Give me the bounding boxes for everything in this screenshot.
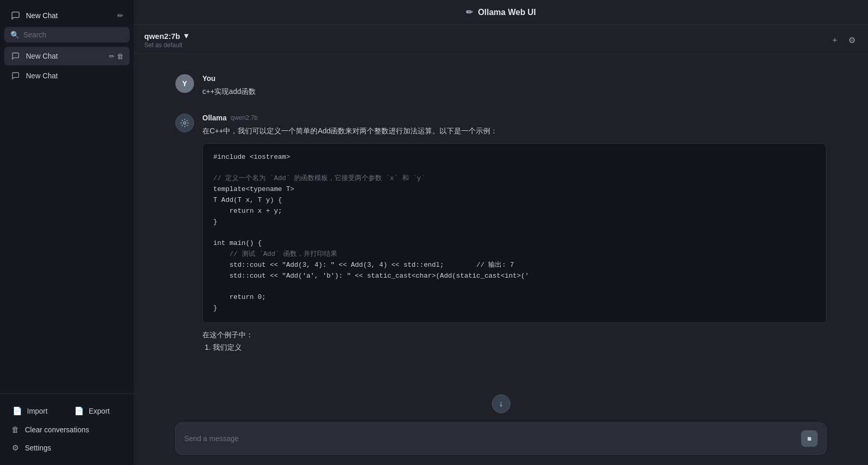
delete-chat-icon[interactable]: 🗑 [117,52,123,60]
search-bar[interactable]: 🔍 Search [4,27,130,43]
import-button[interactable]: 📄 Import [6,402,66,420]
code-line [213,227,816,238]
outro-label: 在这个例子中： [202,331,253,339]
chat-input[interactable] [184,434,796,443]
code-line: std::cout << "Add('a', 'b'): " << static… [213,271,816,282]
chevron-down-icon: ▾ [184,31,188,40]
list-item[interactable]: New Chat [4,66,130,85]
user-message-text: c++实现add函数 [202,86,826,97]
code-line: } [213,217,816,228]
export-button[interactable]: 📄 Export [68,402,128,420]
code-line: return x + y; [213,206,816,217]
new-chat-header-left: New Chat [10,10,58,21]
code-line: #include <iostream> [213,152,816,163]
new-chat-header-label: New Chat [26,11,58,20]
export-label: Export [89,407,109,415]
new-chat-header-button[interactable]: New Chat ✏ [4,6,130,25]
model-settings-icon[interactable]: ⚙ [846,33,858,47]
ollama-avatar [175,114,194,132]
assistant-message-block: Ollama qwen2:7b 在C++中，我们可以定义一个简单的Add函数来对… [134,105,868,362]
chat-input-wrapper: ■ [175,422,826,455]
chat-item-left: New Chat [10,51,58,61]
gear-icon: ⚙ [10,443,20,453]
code-block: #include <iostream> // 定义一个名为 `Add` 的函数模… [202,143,826,323]
model-name: qwen2:7b [144,32,180,40]
code-line: // 定义一个名为 `Add` 的函数模板，它接受两个参数 `x` 和 `y` [213,173,816,184]
user-message-header: You [202,74,826,83]
assistant-message-content: Ollama qwen2:7b 在C++中，我们可以定义一个简单的Add函数来对… [202,114,826,353]
send-icon: ■ [807,434,811,443]
code-line: std::cout << "Add(3, 4): " << Add(3, 4) … [213,260,816,271]
clear-conversations-button[interactable]: 🗑 Clear conversations [4,421,130,438]
topbar: ✏ Ollama Web UI [134,0,868,25]
list-item: 我们定义 [213,341,826,354]
svg-point-0 [184,122,186,125]
model-left: qwen2:7b ▾ Set as default [144,31,188,49]
scroll-down-icon: ↓ [499,399,503,408]
assistant-intro-text: 在C++中，我们可以定义一个简单的Add函数来对两个整数进行加法运算。以下是一个… [202,125,826,136]
list-item[interactable]: New Chat ✏ 🗑 [4,47,130,65]
chat-area: Y You c++实现add函数 [134,53,868,416]
model-selector[interactable]: qwen2:7b ▾ [144,31,188,40]
code-line [213,281,816,292]
code-line: int main() { [213,238,816,249]
import-label: Import [27,407,48,415]
chat-input-area: ■ [134,416,868,465]
avatar-initials: Y [182,79,187,88]
assistant-message-header: Ollama qwen2:7b [202,114,826,122]
code-line: template<typename T> [213,184,816,195]
topbar-title-group: ✏ Ollama Web UI [466,7,536,17]
chat-item-icon [10,51,21,61]
model-bar: qwen2:7b ▾ Set as default ＋ ⚙ [134,25,868,53]
settings-label: Settings [25,444,51,452]
user-name: You [202,74,215,83]
user-message-block: Y You c++实现add函数 [134,66,868,105]
chat-item-label: New Chat [26,72,58,80]
chat-item-label: New Chat [26,52,58,60]
assistant-model-tag: qwen2:7b [231,114,258,121]
chat-item-icon [10,71,21,81]
sidebar-divider [0,393,134,394]
model-right: ＋ ⚙ [829,33,858,48]
sidebar-top: New Chat ✏ 🔍 Search New Chat [0,4,134,389]
clear-label: Clear conversations [25,426,89,434]
code-line: // 测试 `Add` 函数，并打印结果 [213,249,816,260]
code-line: return 0; [213,292,816,303]
assistant-name: Ollama [202,114,227,122]
add-model-icon[interactable]: ＋ [829,33,841,48]
code-line: } [213,303,816,314]
user-message-content: You c++实现add函数 [202,74,826,97]
chat-list: New Chat ✏ 🗑 New Chat [4,47,130,85]
chat-wrapper: Y You c++实现add函数 [134,53,868,465]
main-content: ✏ Ollama Web UI qwen2:7b ▾ Set as defaul… [134,0,868,465]
settings-button[interactable]: ⚙ Settings [4,439,130,457]
sidebar-bottom: 📄 Import 📄 Export 🗑 Clear conversations … [0,398,134,461]
chat-icon [10,10,21,21]
trash-icon: 🗑 [10,425,20,434]
code-line [213,163,816,174]
scroll-down-button[interactable]: ↓ [492,394,511,413]
topbar-title: Ollama Web UI [478,8,536,17]
search-icon: 🔍 [10,31,19,39]
edit-icon: ✏ [117,11,123,20]
user-avatar: Y [175,74,194,93]
send-button[interactable]: ■ [801,430,818,447]
import-icon: 📄 [12,406,22,416]
chat-item-actions: ✏ 🗑 [109,52,123,60]
chat-item-left: New Chat [10,71,58,81]
search-label: Search [23,31,46,39]
set-default-label[interactable]: Set as default [144,42,188,49]
topbar-pencil-icon: ✏ [466,7,473,17]
export-icon: 📄 [74,406,84,416]
edit-chat-icon[interactable]: ✏ [109,52,115,60]
code-line: T Add(T x, T y) { [213,195,816,206]
assistant-outro-text: 在这个例子中： 我们定义 [202,329,826,354]
sidebar: New Chat ✏ 🔍 Search New Chat [0,0,134,465]
